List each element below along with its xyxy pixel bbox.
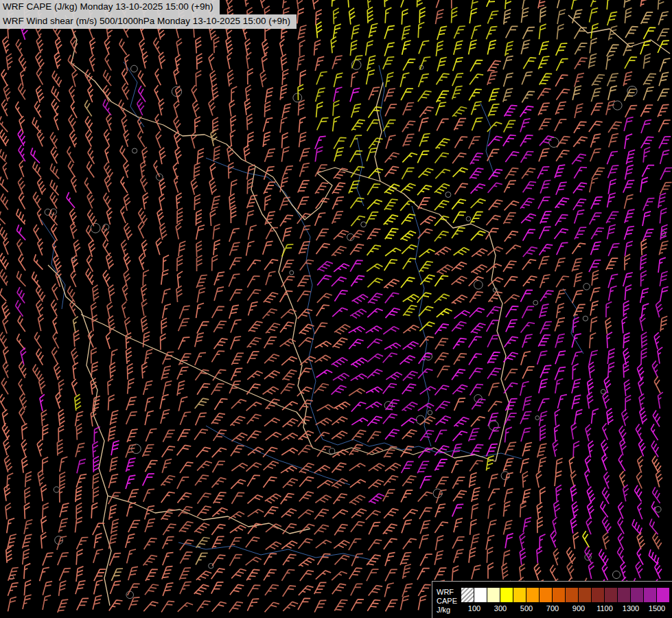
wind-barb xyxy=(197,384,210,395)
wind-barb xyxy=(487,72,498,85)
wind-barb xyxy=(453,339,467,350)
wind-barb xyxy=(247,431,262,441)
wind-barb xyxy=(299,558,314,566)
wind-barb xyxy=(505,472,513,487)
wind-barb xyxy=(282,166,293,179)
wind-barb xyxy=(383,120,395,132)
wind-barb xyxy=(402,402,418,411)
wind-barb xyxy=(334,230,349,239)
contour-circle xyxy=(474,281,483,290)
wind-barb xyxy=(334,540,349,549)
wind-barb xyxy=(104,38,110,54)
wind-barb xyxy=(77,598,89,610)
wind-barb xyxy=(228,70,234,87)
wind-barb xyxy=(76,581,86,595)
wind-barb xyxy=(126,534,135,548)
wind-barb xyxy=(3,317,8,334)
wind-barb xyxy=(280,39,285,56)
wind-barb xyxy=(174,131,181,148)
wind-barb xyxy=(283,602,298,611)
wind-barb xyxy=(435,431,447,442)
wind-barb xyxy=(504,73,513,87)
legend-swatch xyxy=(592,588,605,602)
wind-barb xyxy=(632,519,642,535)
wind-barb xyxy=(643,198,655,211)
wind-barb xyxy=(521,40,530,54)
wind-barb xyxy=(247,352,259,363)
wind-barb xyxy=(555,409,560,426)
legend-title-line: CAPE xyxy=(437,597,457,606)
wind-barb xyxy=(555,165,565,178)
wind-barb xyxy=(386,600,398,612)
wind-barb xyxy=(369,464,385,471)
wind-barb xyxy=(50,163,59,179)
wind-barb xyxy=(300,260,314,271)
wind-barb xyxy=(120,146,128,161)
wind-barb xyxy=(622,317,627,334)
wind-barb xyxy=(437,366,450,378)
wind-barb xyxy=(402,476,416,486)
wind-barb xyxy=(126,475,135,489)
legend-swatch xyxy=(644,588,657,602)
legend-ticks: 100300500700900110013001500 xyxy=(461,604,670,614)
wind-barb xyxy=(194,194,200,210)
wind-barb xyxy=(506,306,519,317)
wind-barb xyxy=(145,350,153,364)
wind-barb xyxy=(420,417,436,425)
wind-barb xyxy=(659,137,671,148)
wind-barb xyxy=(643,54,651,69)
wind-barb xyxy=(60,487,65,503)
wind-barb xyxy=(469,336,482,347)
wind-barb xyxy=(417,185,432,195)
wind-barb xyxy=(160,223,167,240)
river xyxy=(357,137,364,206)
wind-barb xyxy=(2,423,9,439)
wind-barb xyxy=(658,41,669,53)
wind-barb xyxy=(194,584,209,594)
wind-barb xyxy=(385,248,401,256)
wind-barb xyxy=(51,147,58,163)
wind-barb xyxy=(522,91,535,102)
wind-barb xyxy=(177,477,189,489)
wind-barb xyxy=(19,55,26,71)
wind-barb xyxy=(247,414,262,424)
wind-barb xyxy=(520,411,532,424)
wind-barb xyxy=(435,324,449,334)
wind-barb xyxy=(402,418,417,426)
wind-barb xyxy=(640,314,645,331)
wind-barb xyxy=(266,542,281,550)
wind-barb xyxy=(94,580,103,595)
wind-barb xyxy=(435,459,447,471)
country-border xyxy=(312,448,496,461)
wind-barb xyxy=(111,581,121,594)
wind-barb xyxy=(105,146,109,163)
wind-barb xyxy=(540,136,554,146)
wind-barb xyxy=(349,568,362,579)
wind-barb xyxy=(106,332,110,349)
wind-barb xyxy=(38,470,44,486)
wind-barb xyxy=(419,507,432,519)
wind-barb xyxy=(176,222,181,239)
wind-barb xyxy=(162,289,171,304)
wind-barb xyxy=(574,273,582,287)
wind-barb xyxy=(351,275,364,286)
wind-barb xyxy=(367,431,381,442)
wind-barb xyxy=(575,210,585,224)
wind-barb xyxy=(624,380,630,396)
wind-barb xyxy=(178,603,193,612)
wind-barb xyxy=(53,317,58,334)
wind-barb xyxy=(537,517,543,533)
wind-barb xyxy=(452,86,463,99)
wind-barb xyxy=(88,148,95,164)
wind-barb xyxy=(351,509,367,518)
wind-barb xyxy=(556,276,569,287)
wind-barb xyxy=(177,255,183,271)
wind-barb xyxy=(196,571,211,580)
wind-barb xyxy=(504,277,518,288)
wind-barb xyxy=(124,223,132,240)
wind-barb xyxy=(658,392,663,409)
wind-barb xyxy=(146,429,157,442)
wind-barb xyxy=(590,38,597,54)
wind-barb xyxy=(145,411,154,425)
wind-barb xyxy=(521,323,535,333)
